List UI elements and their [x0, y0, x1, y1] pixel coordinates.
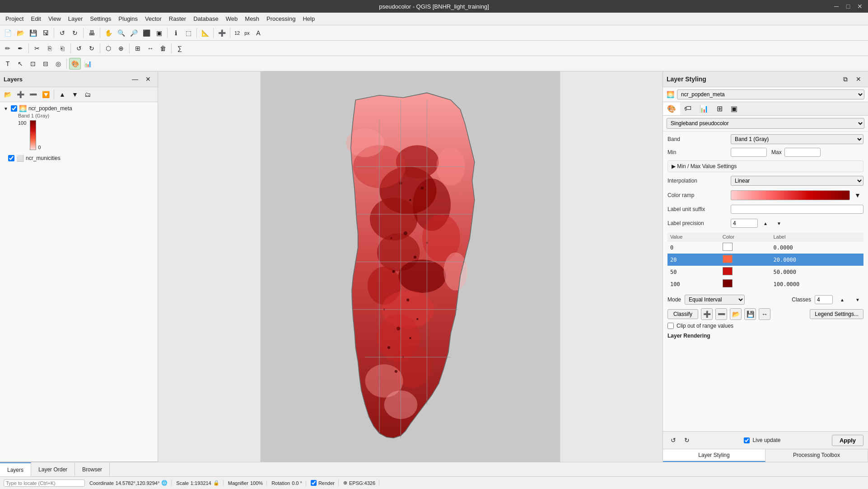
filter-layer-button[interactable]: 🔽	[40, 89, 51, 100]
menu-settings[interactable]: Settings	[86, 14, 115, 24]
layer-group-button[interactable]: 🗂	[82, 89, 93, 100]
live-update-checkbox[interactable]	[744, 437, 750, 443]
classes-inc-button[interactable]: ▲	[836, 294, 848, 306]
remove-class-button[interactable]: ➖	[715, 308, 727, 320]
label-precision-input[interactable]	[731, 219, 758, 228]
legend-settings-button[interactable]: Legend Settings...	[810, 309, 863, 319]
zoom-in-button[interactable]: 🔍	[115, 27, 127, 39]
new-project-button[interactable]: 📄	[2, 27, 14, 39]
clip-checkbox[interactable]	[667, 323, 674, 329]
color-ramp-options-button[interactable]: ▼	[852, 189, 863, 201]
tab-browser[interactable]: Browser	[75, 462, 110, 476]
classes-input[interactable]	[815, 295, 833, 304]
color-cell-100[interactable]	[720, 278, 771, 290]
color-row-20[interactable]: 20 20.0000	[667, 254, 863, 266]
rp-tab-symbology[interactable]: 🎨	[663, 102, 680, 115]
menu-web[interactable]: Web	[222, 14, 242, 24]
form-annotation-button[interactable]: ⊡	[27, 58, 39, 70]
classes-dec-button[interactable]: ▼	[852, 294, 863, 306]
rp-tab-layer-styling[interactable]: Layer Styling	[663, 449, 765, 462]
rp-tab-processing-toolbox[interactable]: Processing Toolbox	[765, 449, 868, 462]
precision-up-button[interactable]: ▲	[760, 217, 771, 229]
color-row-100[interactable]: 100 100.0000	[667, 278, 863, 290]
undo-button[interactable]: ↺	[56, 27, 68, 39]
color-row-0[interactable]: 0 0.0000	[667, 241, 863, 254]
mode-select[interactable]: Equal Interval Quantile Standard Deviati…	[685, 295, 745, 305]
digitize-button[interactable]: ✏	[2, 42, 14, 54]
rp-renderer-dropdown[interactable]: Singleband pseudocolor	[667, 118, 864, 129]
text-annotation-button[interactable]: T	[2, 58, 14, 70]
load-colormap-button[interactable]: 📂	[730, 308, 742, 320]
undo2-button[interactable]: ↺	[73, 42, 85, 54]
menu-vector[interactable]: Vector	[141, 14, 165, 24]
measure-button[interactable]: 📐	[199, 27, 211, 39]
menu-layer[interactable]: Layer	[65, 14, 87, 24]
rp-tab-masks[interactable]: ⊞	[713, 102, 727, 115]
print-layout-button[interactable]: 🖶	[86, 27, 98, 39]
layers-collapse-button[interactable]: —	[129, 73, 141, 85]
add-layer-button[interactable]: ➕	[14, 89, 26, 100]
menu-mesh[interactable]: Mesh	[241, 14, 263, 24]
layer-move-up-button[interactable]: ▲	[56, 89, 68, 100]
pan-map-button[interactable]: ✋	[103, 27, 114, 39]
rp-close-button[interactable]: ✕	[853, 73, 864, 85]
layer-item-ncr-municities[interactable]: ⬜ ncr_municities	[2, 154, 156, 163]
locate-search[interactable]	[4, 480, 85, 487]
rp-layer-dropdown[interactable]: ncr_popden_meta	[677, 89, 864, 99]
classify-button[interactable]: Classify	[667, 309, 698, 319]
max-input[interactable]: 100	[784, 148, 821, 157]
maximize-button[interactable]: □	[844, 2, 853, 11]
select-annotation-button[interactable]: ↖	[14, 58, 26, 70]
label-unit-input[interactable]	[731, 205, 863, 214]
color-cell-50[interactable]	[720, 266, 771, 278]
layer-checkbox-municities[interactable]	[8, 155, 14, 161]
menu-project[interactable]: Project	[2, 14, 27, 24]
tab-layers[interactable]: Layers	[0, 462, 31, 476]
color-row-50[interactable]: 50 50.0000	[667, 266, 863, 278]
layers-close-button[interactable]: ✕	[142, 73, 154, 85]
node-tool-button[interactable]: ⬡	[103, 42, 114, 54]
rp-float-button[interactable]: ⧉	[840, 73, 851, 85]
identify-button[interactable]: ℹ	[170, 27, 182, 39]
save-as-button[interactable]: 🖫	[40, 27, 51, 39]
tab-layer-order[interactable]: Layer Order	[31, 462, 75, 476]
cut-button[interactable]: ✂	[31, 42, 43, 54]
band-select[interactable]: Band 1 (Gray)	[731, 134, 863, 144]
precision-down-button[interactable]: ▼	[773, 217, 785, 229]
zoom-out-button[interactable]: 🔎	[128, 27, 140, 39]
redo-styling-button[interactable]: ↻	[681, 434, 693, 446]
interpolation-select[interactable]: Linear	[731, 176, 863, 186]
html-annotation-button[interactable]: ⊟	[40, 58, 51, 70]
toggle-layer-styling-button[interactable]: 🎨	[69, 58, 81, 70]
font-settings-button[interactable]: A	[252, 27, 264, 39]
delete-feature-button[interactable]: 🗑	[157, 42, 169, 54]
field-calculator-button[interactable]: ∑	[174, 42, 186, 54]
menu-database[interactable]: Database	[190, 14, 222, 24]
redo-button[interactable]: ↻	[69, 27, 81, 39]
apply-button[interactable]: Apply	[832, 435, 863, 446]
menu-help[interactable]: Help	[299, 14, 318, 24]
minimize-button[interactable]: ─	[832, 2, 841, 11]
remove-layer-button[interactable]: ➖	[27, 89, 39, 100]
map-area[interactable]	[158, 71, 663, 462]
font-size-input[interactable]: 12	[233, 30, 242, 36]
rp-tab-labels[interactable]: 🏷	[680, 102, 695, 115]
layer-move-down-button[interactable]: ▼	[69, 89, 81, 100]
undo-styling-button[interactable]: ↺	[667, 434, 679, 446]
zoom-layer-button[interactable]: ▣	[153, 27, 165, 39]
save-colormap-button[interactable]: 💾	[744, 308, 756, 320]
layer-diagram-button[interactable]: 📊	[82, 58, 93, 70]
add-class-button[interactable]: ➕	[701, 308, 713, 320]
color-ramp-preview[interactable]	[731, 190, 850, 200]
layer-checkbox-popden[interactable]	[11, 105, 17, 112]
add-feature-button[interactable]: ⊞	[132, 42, 144, 54]
paste-button[interactable]: ⎗	[56, 42, 68, 54]
menu-raster[interactable]: Raster	[165, 14, 190, 24]
render-checkbox[interactable]	[311, 480, 317, 486]
save-project-button[interactable]: 💾	[27, 27, 39, 39]
menu-processing[interactable]: Processing	[263, 14, 299, 24]
select-button[interactable]: ⬚	[182, 27, 194, 39]
open-layer-button[interactable]: 📂	[2, 89, 14, 100]
redo2-button[interactable]: ↻	[86, 42, 98, 54]
layer-item-ncr-popden[interactable]: ▼ 🌅 ncr_popden_meta	[2, 104, 156, 113]
